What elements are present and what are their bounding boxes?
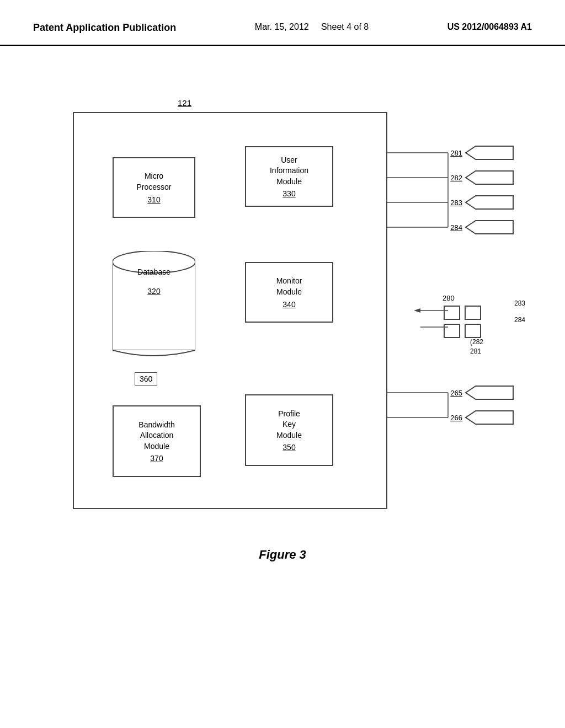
label-282: 282: [450, 174, 462, 182]
figure-caption: Figure 3: [0, 548, 565, 562]
header-sheet: Sheet 4 of 8: [321, 22, 369, 31]
module-310-label: MicroProcessor: [136, 171, 171, 192]
header-right: US 2012/0064893 A1: [447, 22, 532, 32]
label-280: 280: [443, 294, 487, 302]
square-label-281: 281: [470, 347, 481, 355]
header-center: Mar. 15, 2012 Sheet 4 of 8: [255, 22, 369, 32]
monitor-square-3: [444, 324, 460, 338]
header-left: Patent Application Publication: [33, 22, 176, 34]
monitor-square-4: [465, 324, 481, 338]
arrow-265: 265: [450, 385, 514, 400]
module-340-number: 340: [282, 300, 295, 309]
arrow-281: 281: [450, 145, 514, 160]
arrow-283: 283: [450, 195, 514, 210]
arrow-266: 266: [450, 410, 514, 425]
database-320: Database 320: [107, 251, 201, 361]
diagram-area: 121 MicroProcessor 310 UserInformationMo…: [45, 79, 520, 531]
db-number: 320: [107, 287, 201, 296]
square-label-283: 283: [514, 299, 525, 307]
square-label-284: 284: [514, 316, 525, 324]
module-340-label: MonitorModule: [276, 276, 302, 297]
module-350: ProfileKeyModule 350: [245, 394, 333, 466]
arrow-282: 282: [450, 170, 514, 185]
module-340: MonitorModule 340: [245, 262, 333, 323]
header-date: Mar. 15, 2012: [255, 22, 309, 31]
label-281: 281: [450, 149, 462, 157]
svg-marker-7: [466, 411, 513, 424]
module-330: UserInformationModule 330: [245, 146, 333, 207]
main-box: MicroProcessor 310 UserInformationModule…: [73, 112, 387, 509]
label-121: 121: [178, 98, 191, 108]
module-350-label: ProfileKeyModule: [276, 409, 302, 441]
svg-marker-3: [466, 171, 513, 184]
monitor-display-280: 280 283 284 (282 281: [443, 294, 487, 340]
label-266: 266: [450, 414, 462, 422]
monitor-square-1: [444, 306, 460, 320]
page-header: Patent Application Publication Mar. 15, …: [0, 0, 565, 46]
db-label: Database: [107, 267, 201, 276]
svg-marker-14: [414, 308, 420, 313]
module-370-label: BandwidthAllocationModule: [138, 420, 174, 452]
module-330-label: UserInformationModule: [270, 155, 308, 188]
monitor-square-2: [465, 306, 481, 320]
label-360: 360: [135, 372, 157, 386]
figure-caption-text: Figure 3: [259, 548, 306, 561]
module-350-number: 350: [282, 443, 295, 452]
module-330-number: 330: [282, 189, 295, 198]
svg-marker-6: [466, 386, 513, 399]
svg-marker-5: [466, 221, 513, 234]
svg-marker-2: [466, 146, 513, 159]
square-label-282: (282: [470, 338, 483, 346]
module-370: BandwidthAllocationModule 370: [113, 405, 201, 477]
module-370-number: 370: [150, 454, 163, 463]
svg-marker-4: [466, 196, 513, 209]
label-283: 283: [450, 199, 462, 207]
label-284: 284: [450, 223, 462, 232]
arrow-284: 284: [450, 220, 514, 235]
module-310: MicroProcessor 310: [113, 157, 195, 218]
label-265: 265: [450, 389, 462, 397]
module-310-number: 310: [147, 195, 160, 204]
